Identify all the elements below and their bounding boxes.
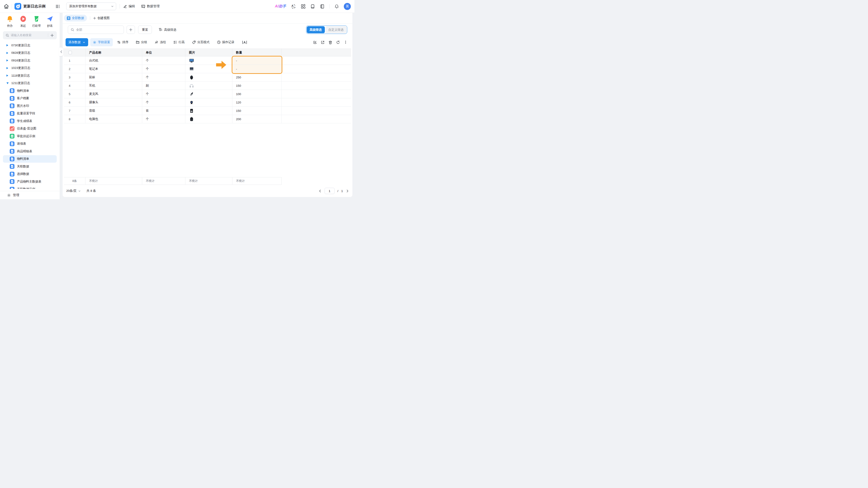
filter-mode-advanced[interactable]: 高级筛选	[307, 26, 325, 33]
speaker-thumbnail[interactable]	[189, 108, 194, 113]
cell-image[interactable]	[185, 90, 232, 98]
triangle-down-icon[interactable]	[6, 82, 9, 84]
trash-icon[interactable]	[329, 40, 332, 44]
tree-group-1023更新日志[interactable]: 1023更新日志	[3, 64, 57, 72]
column-header-qty[interactable]: 数量	[232, 49, 282, 56]
sidebar-item-学生成绩表[interactable]: 学生成绩表	[3, 117, 57, 125]
cell-unit[interactable]: 个	[142, 73, 185, 81]
triangle-right-icon[interactable]	[6, 74, 9, 77]
current-page-input[interactable]: 1	[324, 188, 335, 194]
avatar[interactable]: 英	[344, 3, 351, 10]
summary-cell[interactable]: 不统计	[185, 177, 232, 185]
cell-product-name[interactable]: 耳机	[86, 82, 142, 90]
row-number[interactable]: 4	[64, 82, 86, 90]
cell-quantity[interactable]: 250	[232, 73, 282, 81]
cell-quantity[interactable]: 150	[232, 82, 282, 90]
reset-button[interactable]: 重置	[138, 26, 152, 34]
cell-image[interactable]	[185, 98, 232, 106]
column-header-name[interactable]: 产品名称	[86, 49, 142, 56]
row-number[interactable]: 7	[64, 107, 86, 115]
sidebar-item-商品明细表[interactable]: 商品明细表	[3, 148, 57, 155]
table-search-input[interactable]: 全部	[68, 26, 124, 34]
filter-mode-custom[interactable]: 自定义筛选	[326, 26, 347, 33]
edit-button[interactable]: 编辑	[123, 4, 135, 8]
row-number[interactable]: 1	[64, 57, 86, 65]
table-row[interactable]: 6 摄像头 个 120	[64, 98, 351, 107]
table-row[interactable]: 5 麦克风 个 100	[64, 90, 351, 98]
add-data-button[interactable]: 添加数据	[66, 38, 88, 46]
cell-image[interactable]	[185, 73, 232, 81]
tool-分组[interactable]: 分组	[136, 40, 147, 44]
refresh-icon[interactable]	[336, 40, 340, 44]
apps-grid-icon[interactable]	[301, 4, 306, 9]
webcam-thumbnail[interactable]	[189, 100, 194, 105]
ai-assistant-button[interactable]: AI助手	[275, 4, 286, 9]
sidebar-search-input[interactable]: 请输入名称搜索	[3, 31, 57, 39]
cell-unit[interactable]: 个	[142, 65, 185, 73]
backpack-thumbnail[interactable]	[189, 117, 194, 122]
cell-product-name[interactable]: 鼠标	[86, 73, 142, 81]
row-number[interactable]: 2	[64, 65, 86, 73]
cell-product-name[interactable]: 电脑包	[86, 115, 142, 123]
cell-product-name[interactable]: 台式机	[86, 57, 142, 65]
cell-unit[interactable]: 个	[142, 115, 185, 123]
cell-unit[interactable]: 套	[142, 107, 185, 115]
cell-quantity[interactable]: 120	[232, 98, 282, 106]
table-row[interactable]: 4 耳机 副 150	[64, 82, 351, 90]
cell-quantity[interactable]: 150	[232, 107, 282, 115]
triangle-right-icon[interactable]	[6, 59, 9, 62]
quick-action[interactable]: 待办	[3, 15, 17, 28]
summary-cell[interactable]: 不统计	[142, 177, 185, 185]
page-size-select[interactable]: 20条/页	[66, 189, 81, 193]
select-all-checkbox[interactable]	[68, 51, 72, 54]
tree-group-0828更新日志[interactable]: 0828更新日志	[3, 49, 57, 57]
next-page-icon[interactable]	[346, 190, 349, 193]
tree-group-0730更新日志[interactable]: 0730更新日志	[3, 41, 57, 49]
sidebar-item-审批挂起示例[interactable]: 审批挂起示例	[3, 132, 57, 140]
notification-bell-icon[interactable]	[334, 4, 339, 9]
table-row[interactable]: 8 电脑包 个 200	[64, 115, 351, 123]
home-icon[interactable]	[3, 3, 9, 9]
data-manage-button[interactable]: 数据管理	[141, 4, 160, 8]
row-number[interactable]: 6	[64, 98, 86, 106]
cell-unit[interactable]: 个	[142, 57, 185, 65]
data-scope-select[interactable]: 添加并管理所有数据	[66, 2, 116, 10]
quick-action[interactable]: 发起	[17, 15, 30, 28]
tool-操作记录[interactable]: 操作记录	[217, 40, 235, 44]
sidebar-item-产品物料主数据表[interactable]: 产品物料主数据表	[3, 178, 57, 186]
table-row[interactable]: 3 鼠标 个 250	[64, 73, 351, 82]
sidebar-item-关联数据[interactable]: 关联数据	[3, 163, 57, 170]
headphones-thumbnail[interactable]	[189, 83, 194, 88]
cell-quantity[interactable]: 200	[232, 115, 282, 123]
row-number[interactable]: 3	[64, 73, 86, 81]
more-kebab-icon[interactable]	[344, 40, 347, 44]
cell-unit[interactable]: 个	[142, 90, 185, 98]
sidebar-item-批量设置字段[interactable]: 批量设置字段	[3, 110, 57, 118]
summary-cell[interactable]: 不统计	[86, 177, 142, 185]
cell-unit[interactable]: 副	[142, 82, 185, 90]
tool-行高[interactable]: 行高	[174, 40, 185, 44]
sidebar-item-关联数据示例[interactable]: 关联数据示例	[3, 186, 57, 189]
book-icon[interactable]	[310, 4, 315, 9]
tree-group-0916更新日志[interactable]: 0916更新日志	[3, 57, 57, 64]
create-view-button[interactable]: 创建视图	[93, 16, 110, 20]
advanced-filter-button[interactable]: 高级筛选	[158, 28, 176, 32]
sidebar-item-图片水印[interactable]: 图片水印	[3, 102, 57, 110]
manage-button[interactable]: 管理	[0, 191, 60, 199]
triangle-right-icon[interactable]	[6, 67, 9, 69]
cell-quantity[interactable]: 100	[232, 90, 282, 98]
desktop-pc-thumbnail[interactable]	[189, 58, 194, 63]
column-header-unit[interactable]: 单位	[142, 49, 185, 56]
cell-product-name[interactable]: 音箱	[86, 107, 142, 115]
tool-冻结[interactable]: 冻结	[155, 40, 166, 44]
quick-action[interactable]: 抄送	[43, 15, 57, 28]
tree-group-1211更新日志[interactable]: 1211更新日志	[3, 79, 57, 87]
mouse-thumbnail[interactable]	[189, 75, 194, 80]
quick-action[interactable]: 已处理	[30, 15, 43, 28]
menu-list-icon[interactable]	[55, 4, 60, 9]
row-number[interactable]: 5	[64, 90, 86, 98]
prev-page-icon[interactable]	[319, 190, 322, 193]
cell-image[interactable]	[185, 107, 232, 115]
sidebar-item-选择数据[interactable]: 选择数据	[3, 170, 57, 178]
table-row[interactable]: 2 笔记本 个 -	[64, 65, 351, 73]
